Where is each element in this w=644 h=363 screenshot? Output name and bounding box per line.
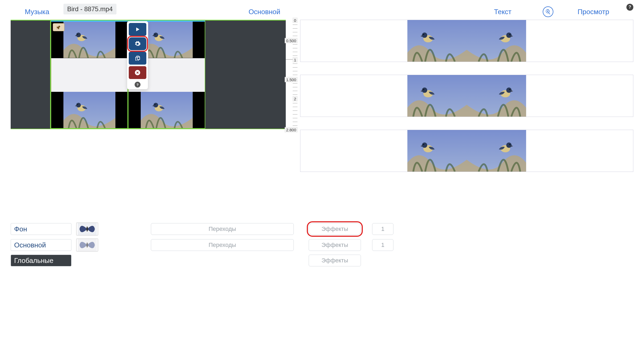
ruler-label-05: 0.500 [285,38,297,43]
layer-button-global[interactable]: Глобальные [11,255,71,266]
play-button[interactable] [129,23,146,36]
transitions-button-row2[interactable]: Переходы [151,239,294,251]
tab-main[interactable]: Основной [63,8,465,16]
play-icon [134,26,141,33]
preview-thumb-2[interactable] [300,75,633,117]
delete-button[interactable] [129,66,146,79]
copy-button[interactable] [129,52,146,65]
preview-column [297,20,633,172]
timeline-clip-1[interactable] [51,21,128,129]
ruler-label-1: 1 [293,57,297,62]
copy-icon [134,55,141,61]
layer-button-background[interactable]: Фон [11,223,71,235]
settings-button[interactable] [129,37,146,50]
ruler-label-15: 1.500 [285,77,297,82]
tab-text[interactable]: Текст [465,8,540,16]
preview-thumb-3[interactable] [300,130,633,172]
zoom-in-button[interactable] [543,6,553,17]
effects-count-row2: 1 [372,239,393,251]
delete-icon [134,69,141,76]
timeline-post-gap [205,21,286,129]
tab-music[interactable]: Музыка [11,8,63,16]
ruler-label-28: 2.800 [285,127,297,132]
timeline-pre-gap [11,21,51,129]
tab-preview[interactable]: Просмотр [553,8,633,16]
layer-button-main[interactable]: Основной [11,239,71,251]
layer-thumb-background[interactable] [76,223,98,235]
zoom-in-icon [545,9,551,15]
effects-button-row1[interactable]: Эффекты [309,223,361,235]
preview-thumb-1[interactable] [300,20,633,62]
effects-button-row2[interactable]: Эффекты [309,239,361,251]
timeline[interactable]: ? [11,20,286,129]
layers-panel: Фон Переходы Эффекты 1 Основной Переходы… [11,223,633,266]
clip-action-panel: ? [127,21,148,89]
gear-icon [134,41,141,47]
transitions-button-row1[interactable]: Переходы [151,223,294,235]
pin-button[interactable] [53,23,65,31]
layer-thumb-main[interactable] [76,239,98,251]
time-ruler: 0 0.500 1 1.500 2 [286,20,297,172]
effects-count-row1: 1 [372,223,393,235]
panel-help-button[interactable]: ? [135,82,140,88]
ruler-label-2: 2 [293,96,297,101]
pin-icon [56,25,61,30]
effects-button-row3[interactable]: Эффекты [309,255,361,266]
ruler-label-0: 0 [293,18,297,23]
help-button[interactable]: ? [626,4,633,11]
